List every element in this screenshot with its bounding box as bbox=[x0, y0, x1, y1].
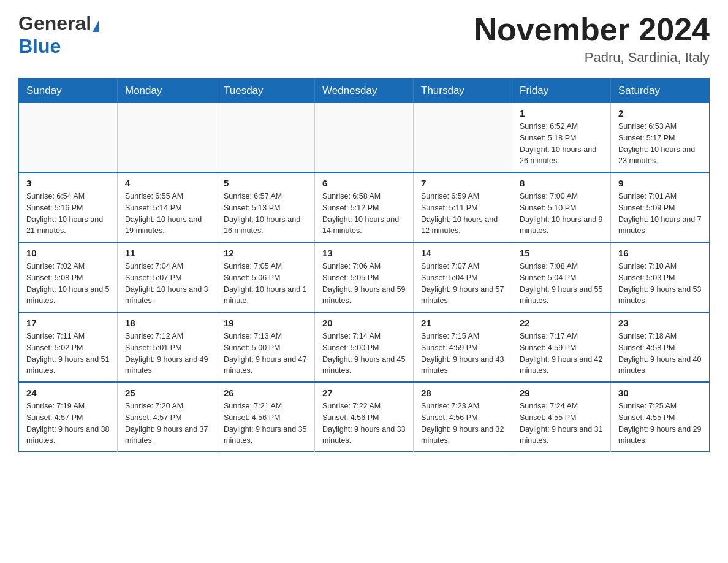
week-row-4: 17Sunrise: 7:11 AMSunset: 5:02 PMDayligh… bbox=[19, 312, 710, 382]
calendar-cell: 25Sunrise: 7:20 AMSunset: 4:57 PMDayligh… bbox=[118, 382, 216, 452]
calendar-cell: 20Sunrise: 7:14 AMSunset: 5:00 PMDayligh… bbox=[315, 312, 414, 382]
calendar-cell: 6Sunrise: 6:58 AMSunset: 5:12 PMDaylight… bbox=[315, 172, 414, 242]
week-row-2: 3Sunrise: 6:54 AMSunset: 5:16 PMDaylight… bbox=[19, 172, 710, 242]
calendar-cell: 28Sunrise: 7:23 AMSunset: 4:56 PMDayligh… bbox=[414, 382, 512, 452]
day-info: Sunrise: 7:01 AMSunset: 5:09 PMDaylight:… bbox=[618, 191, 702, 237]
month-title: November 2024 bbox=[474, 12, 710, 47]
day-number: 15 bbox=[520, 248, 603, 258]
day-info: Sunrise: 7:02 AMSunset: 5:08 PMDaylight:… bbox=[26, 261, 110, 307]
day-info: Sunrise: 6:57 AMSunset: 5:13 PMDaylight:… bbox=[224, 191, 307, 237]
week-row-3: 10Sunrise: 7:02 AMSunset: 5:08 PMDayligh… bbox=[19, 242, 710, 312]
calendar-cell: 18Sunrise: 7:12 AMSunset: 5:01 PMDayligh… bbox=[118, 312, 216, 382]
day-info: Sunrise: 7:07 AMSunset: 5:04 PMDaylight:… bbox=[421, 261, 504, 307]
calendar-cell: 19Sunrise: 7:13 AMSunset: 5:00 PMDayligh… bbox=[216, 312, 315, 382]
page-header: General Blue November 2024 Padru, Sardin… bbox=[18, 12, 710, 66]
day-number: 8 bbox=[520, 178, 603, 188]
calendar-cell: 30Sunrise: 7:25 AMSunset: 4:55 PMDayligh… bbox=[611, 382, 710, 452]
day-number: 4 bbox=[125, 178, 208, 188]
day-info: Sunrise: 6:55 AMSunset: 5:14 PMDaylight:… bbox=[125, 191, 208, 237]
day-info: Sunrise: 7:04 AMSunset: 5:07 PMDaylight:… bbox=[125, 261, 208, 307]
calendar-cell bbox=[19, 103, 118, 172]
calendar-cell: 7Sunrise: 6:59 AMSunset: 5:11 PMDaylight… bbox=[414, 172, 512, 242]
weekday-header-wednesday: Wednesday bbox=[315, 79, 414, 104]
weekday-header-saturday: Saturday bbox=[611, 79, 710, 104]
location: Padru, Sardinia, Italy bbox=[474, 50, 710, 66]
calendar-cell bbox=[118, 103, 216, 172]
day-info: Sunrise: 7:05 AMSunset: 5:06 PMDaylight:… bbox=[224, 261, 307, 307]
logo-blue-text: Blue bbox=[18, 35, 61, 58]
calendar-cell: 4Sunrise: 6:55 AMSunset: 5:14 PMDaylight… bbox=[118, 172, 216, 242]
day-number: 13 bbox=[322, 248, 406, 258]
day-number: 1 bbox=[520, 108, 603, 118]
calendar-cell: 1Sunrise: 6:52 AMSunset: 5:18 PMDaylight… bbox=[512, 103, 611, 172]
week-row-5: 24Sunrise: 7:19 AMSunset: 4:57 PMDayligh… bbox=[19, 382, 710, 452]
day-number: 2 bbox=[618, 108, 702, 118]
day-number: 18 bbox=[125, 318, 208, 328]
calendar-cell bbox=[216, 103, 315, 172]
day-info: Sunrise: 6:58 AMSunset: 5:12 PMDaylight:… bbox=[322, 191, 406, 237]
day-number: 22 bbox=[520, 318, 603, 328]
day-number: 23 bbox=[618, 318, 702, 328]
calendar-cell: 16Sunrise: 7:10 AMSunset: 5:03 PMDayligh… bbox=[611, 242, 710, 312]
calendar-cell: 23Sunrise: 7:18 AMSunset: 4:58 PMDayligh… bbox=[611, 312, 710, 382]
day-info: Sunrise: 7:11 AMSunset: 5:02 PMDaylight:… bbox=[26, 331, 110, 377]
day-number: 25 bbox=[125, 388, 208, 398]
day-info: Sunrise: 7:15 AMSunset: 4:59 PMDaylight:… bbox=[421, 331, 504, 377]
day-number: 6 bbox=[322, 178, 406, 188]
calendar-cell: 9Sunrise: 7:01 AMSunset: 5:09 PMDaylight… bbox=[611, 172, 710, 242]
day-info: Sunrise: 7:12 AMSunset: 5:01 PMDaylight:… bbox=[125, 331, 208, 377]
logo-general-text: General bbox=[18, 12, 99, 35]
calendar-cell bbox=[414, 103, 512, 172]
week-row-1: 1Sunrise: 6:52 AMSunset: 5:18 PMDaylight… bbox=[19, 103, 710, 172]
day-info: Sunrise: 7:00 AMSunset: 5:10 PMDaylight:… bbox=[520, 191, 603, 237]
day-info: Sunrise: 7:14 AMSunset: 5:00 PMDaylight:… bbox=[322, 331, 406, 377]
logo: General Blue bbox=[18, 12, 99, 58]
day-info: Sunrise: 6:59 AMSunset: 5:11 PMDaylight:… bbox=[421, 191, 504, 237]
day-number: 9 bbox=[618, 178, 702, 188]
day-number: 3 bbox=[26, 178, 110, 188]
day-number: 24 bbox=[26, 388, 110, 398]
day-info: Sunrise: 7:24 AMSunset: 4:55 PMDaylight:… bbox=[520, 400, 603, 446]
day-number: 7 bbox=[421, 178, 504, 188]
calendar-cell: 22Sunrise: 7:17 AMSunset: 4:59 PMDayligh… bbox=[512, 312, 611, 382]
day-info: Sunrise: 7:22 AMSunset: 4:56 PMDaylight:… bbox=[322, 400, 406, 446]
day-number: 26 bbox=[224, 388, 307, 398]
day-info: Sunrise: 7:21 AMSunset: 4:56 PMDaylight:… bbox=[224, 400, 307, 446]
day-info: Sunrise: 6:53 AMSunset: 5:17 PMDaylight:… bbox=[618, 121, 702, 167]
weekday-header-thursday: Thursday bbox=[414, 79, 512, 104]
day-info: Sunrise: 7:23 AMSunset: 4:56 PMDaylight:… bbox=[421, 400, 504, 446]
day-info: Sunrise: 6:52 AMSunset: 5:18 PMDaylight:… bbox=[520, 121, 603, 167]
day-info: Sunrise: 7:17 AMSunset: 4:59 PMDaylight:… bbox=[520, 331, 603, 377]
weekday-header-row: SundayMondayTuesdayWednesdayThursdayFrid… bbox=[19, 79, 710, 104]
calendar-cell: 14Sunrise: 7:07 AMSunset: 5:04 PMDayligh… bbox=[414, 242, 512, 312]
day-number: 27 bbox=[322, 388, 406, 398]
day-info: Sunrise: 7:06 AMSunset: 5:05 PMDaylight:… bbox=[322, 261, 406, 307]
calendar-cell: 26Sunrise: 7:21 AMSunset: 4:56 PMDayligh… bbox=[216, 382, 315, 452]
calendar-cell: 29Sunrise: 7:24 AMSunset: 4:55 PMDayligh… bbox=[512, 382, 611, 452]
day-info: Sunrise: 7:25 AMSunset: 4:55 PMDaylight:… bbox=[618, 400, 702, 446]
day-info: Sunrise: 7:10 AMSunset: 5:03 PMDaylight:… bbox=[618, 261, 702, 307]
calendar-cell: 10Sunrise: 7:02 AMSunset: 5:08 PMDayligh… bbox=[19, 242, 118, 312]
day-number: 29 bbox=[520, 388, 603, 398]
day-number: 16 bbox=[618, 248, 702, 258]
calendar-cell: 21Sunrise: 7:15 AMSunset: 4:59 PMDayligh… bbox=[414, 312, 512, 382]
day-number: 12 bbox=[224, 248, 307, 258]
weekday-header-friday: Friday bbox=[512, 79, 611, 104]
calendar-cell: 8Sunrise: 7:00 AMSunset: 5:10 PMDaylight… bbox=[512, 172, 611, 242]
calendar-cell: 27Sunrise: 7:22 AMSunset: 4:56 PMDayligh… bbox=[315, 382, 414, 452]
calendar-cell bbox=[315, 103, 414, 172]
calendar-cell: 24Sunrise: 7:19 AMSunset: 4:57 PMDayligh… bbox=[19, 382, 118, 452]
calendar-cell: 2Sunrise: 6:53 AMSunset: 5:17 PMDaylight… bbox=[611, 103, 710, 172]
day-info: Sunrise: 6:54 AMSunset: 5:16 PMDaylight:… bbox=[26, 191, 110, 237]
weekday-header-tuesday: Tuesday bbox=[216, 79, 315, 104]
day-number: 11 bbox=[125, 248, 208, 258]
day-number: 17 bbox=[26, 318, 110, 328]
day-number: 20 bbox=[322, 318, 406, 328]
day-number: 30 bbox=[618, 388, 702, 398]
day-info: Sunrise: 7:20 AMSunset: 4:57 PMDaylight:… bbox=[125, 400, 208, 446]
title-section: November 2024 Padru, Sardinia, Italy bbox=[474, 12, 710, 66]
day-info: Sunrise: 7:18 AMSunset: 4:58 PMDaylight:… bbox=[618, 331, 702, 377]
calendar-table: SundayMondayTuesdayWednesdayThursdayFrid… bbox=[18, 78, 710, 452]
day-number: 10 bbox=[26, 248, 110, 258]
day-number: 19 bbox=[224, 318, 307, 328]
